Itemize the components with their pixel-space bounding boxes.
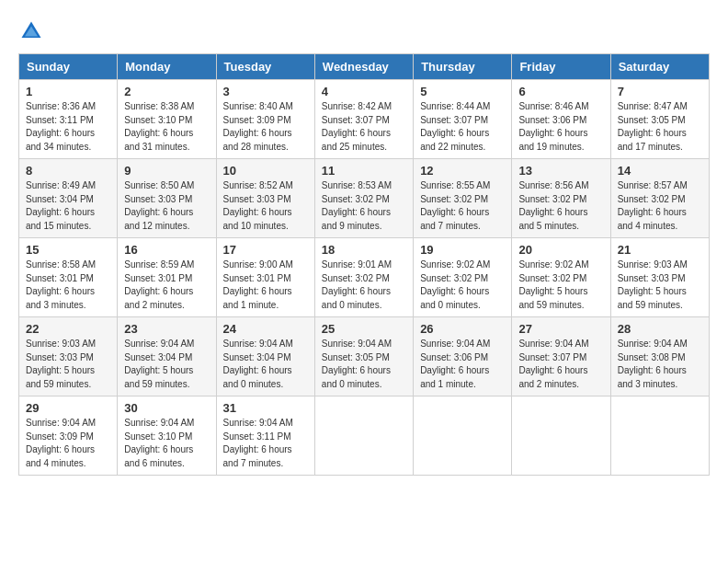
day-number: 17: [223, 243, 308, 257]
calendar-cell: [610, 396, 709, 476]
day-info: Sunrise: 8:57 AM Sunset: 3:02 PM Dayligh…: [618, 179, 702, 233]
sunset-label: Sunset: 3:11 PM: [223, 431, 291, 442]
day-number: 29: [26, 401, 110, 415]
sunrise-label: Sunrise: 9:04 AM: [223, 339, 293, 349]
calendar-cell: 11 Sunrise: 8:53 AM Sunset: 3:02 PM Dayl…: [314, 159, 413, 238]
day-info: Sunrise: 9:04 AM Sunset: 3:04 PM Dayligh…: [124, 338, 209, 391]
day-number: 19: [420, 243, 505, 257]
day-info: Sunrise: 9:04 AM Sunset: 3:08 PM Dayligh…: [618, 338, 702, 391]
calendar-cell: 22 Sunrise: 9:03 AM Sunset: 3:03 PM Dayl…: [19, 317, 118, 396]
day-number: 30: [124, 401, 209, 415]
daylight-label: Daylight: 6 hours and 25 minutes.: [322, 128, 391, 152]
sunset-label: Sunset: 3:10 PM: [124, 431, 192, 442]
day-info: Sunrise: 9:04 AM Sunset: 3:06 PM Dayligh…: [420, 338, 505, 391]
day-number: 15: [26, 243, 110, 257]
day-info: Sunrise: 8:42 AM Sunset: 3:07 PM Dayligh…: [322, 100, 406, 154]
sunset-label: Sunset: 3:02 PM: [518, 194, 586, 204]
day-info: Sunrise: 9:04 AM Sunset: 3:09 PM Dayligh…: [26, 417, 110, 470]
sunrise-label: Sunrise: 8:59 AM: [124, 259, 194, 270]
logo-icon: [18, 18, 44, 44]
calendar-cell: 4 Sunrise: 8:42 AM Sunset: 3:07 PM Dayli…: [314, 80, 413, 159]
daylight-label: Daylight: 6 hours and 4 minutes.: [26, 444, 95, 468]
sunrise-label: Sunrise: 9:04 AM: [223, 418, 293, 428]
sunrise-label: Sunrise: 8:49 AM: [26, 180, 96, 190]
calendar-week-1: 1 Sunrise: 8:36 AM Sunset: 3:11 PM Dayli…: [19, 80, 710, 159]
sunrise-label: Sunrise: 9:02 AM: [518, 259, 588, 270]
calendar-cell: 6 Sunrise: 8:46 AM Sunset: 3:06 PM Dayli…: [512, 80, 610, 159]
calendar-cell: 16 Sunrise: 8:59 AM Sunset: 3:01 PM Dayl…: [118, 238, 216, 317]
sunset-label: Sunset: 3:02 PM: [518, 273, 586, 283]
sunrise-label: Sunrise: 8:42 AM: [322, 101, 392, 111]
calendar-cell: 18 Sunrise: 9:01 AM Sunset: 3:02 PM Dayl…: [314, 238, 413, 317]
sunset-label: Sunset: 3:03 PM: [26, 352, 94, 362]
sunrise-label: Sunrise: 9:04 AM: [618, 339, 688, 349]
daylight-label: Daylight: 6 hours and 0 minutes.: [223, 365, 292, 389]
day-info: Sunrise: 8:58 AM Sunset: 3:01 PM Dayligh…: [26, 259, 110, 312]
sunset-label: Sunset: 3:10 PM: [124, 115, 192, 125]
calendar-cell: 1 Sunrise: 8:36 AM Sunset: 3:11 PM Dayli…: [19, 80, 118, 159]
calendar-cell: 26 Sunrise: 9:04 AM Sunset: 3:06 PM Dayl…: [414, 317, 512, 396]
day-info: Sunrise: 8:40 AM Sunset: 3:09 PM Dayligh…: [223, 100, 308, 154]
day-number: 28: [618, 322, 702, 336]
sunset-label: Sunset: 3:01 PM: [26, 273, 94, 283]
sunrise-label: Sunrise: 9:03 AM: [26, 339, 96, 349]
day-info: Sunrise: 8:56 AM Sunset: 3:02 PM Dayligh…: [518, 179, 603, 233]
day-number: 25: [322, 322, 406, 336]
day-number: 21: [618, 243, 702, 257]
day-info: Sunrise: 8:36 AM Sunset: 3:11 PM Dayligh…: [26, 100, 110, 154]
sunset-label: Sunset: 3:02 PM: [420, 273, 488, 283]
daylight-label: Daylight: 6 hours and 5 minutes.: [518, 207, 587, 231]
day-number: 16: [124, 243, 209, 257]
daylight-label: Daylight: 6 hours and 1 minute.: [420, 365, 489, 389]
day-info: Sunrise: 8:38 AM Sunset: 3:10 PM Dayligh…: [124, 100, 209, 154]
sunrise-label: Sunrise: 9:04 AM: [124, 339, 194, 349]
sunrise-label: Sunrise: 8:58 AM: [26, 259, 96, 270]
column-header-sunday: Sunday: [19, 54, 118, 80]
day-number: 13: [518, 164, 603, 178]
daylight-label: Daylight: 6 hours and 15 minutes.: [26, 207, 95, 231]
calendar-cell: 5 Sunrise: 8:44 AM Sunset: 3:07 PM Dayli…: [414, 80, 512, 159]
day-info: Sunrise: 9:04 AM Sunset: 3:04 PM Dayligh…: [223, 338, 308, 391]
calendar-cell: 10 Sunrise: 8:52 AM Sunset: 3:03 PM Dayl…: [216, 159, 314, 238]
calendar-cell: [414, 396, 512, 476]
calendar-header-row: SundayMondayTuesdayWednesdayThursdayFrid…: [19, 54, 710, 80]
sunset-label: Sunset: 3:03 PM: [124, 194, 192, 204]
daylight-label: Daylight: 6 hours and 2 minutes.: [124, 286, 193, 310]
day-info: Sunrise: 8:59 AM Sunset: 3:01 PM Dayligh…: [124, 259, 209, 312]
sunset-label: Sunset: 3:08 PM: [618, 352, 686, 362]
day-info: Sunrise: 9:04 AM Sunset: 3:11 PM Dayligh…: [223, 417, 308, 470]
calendar-cell: 21 Sunrise: 9:03 AM Sunset: 3:03 PM Dayl…: [610, 238, 709, 317]
calendar-cell: 9 Sunrise: 8:50 AM Sunset: 3:03 PM Dayli…: [118, 159, 216, 238]
day-info: Sunrise: 9:02 AM Sunset: 3:02 PM Dayligh…: [420, 259, 505, 312]
day-info: Sunrise: 8:53 AM Sunset: 3:02 PM Dayligh…: [322, 179, 406, 233]
sunrise-label: Sunrise: 9:03 AM: [618, 259, 688, 270]
sunrise-label: Sunrise: 8:36 AM: [26, 101, 96, 111]
sunset-label: Sunset: 3:05 PM: [322, 352, 390, 362]
sunrise-label: Sunrise: 9:04 AM: [124, 418, 194, 428]
calendar-cell: 28 Sunrise: 9:04 AM Sunset: 3:08 PM Dayl…: [610, 317, 709, 396]
calendar-cell: [314, 396, 413, 476]
calendar-week-5: 29 Sunrise: 9:04 AM Sunset: 3:09 PM Dayl…: [19, 396, 710, 476]
calendar-week-2: 8 Sunrise: 8:49 AM Sunset: 3:04 PM Dayli…: [19, 159, 710, 238]
day-number: 3: [223, 85, 308, 98]
sunrise-label: Sunrise: 8:52 AM: [223, 180, 293, 190]
day-number: 12: [420, 164, 505, 178]
sunset-label: Sunset: 3:04 PM: [124, 352, 192, 362]
sunrise-label: Sunrise: 8:47 AM: [618, 101, 688, 111]
sunset-label: Sunset: 3:02 PM: [322, 194, 390, 204]
daylight-label: Daylight: 6 hours and 12 minutes.: [124, 207, 193, 231]
sunrise-label: Sunrise: 9:04 AM: [322, 339, 392, 349]
sunrise-label: Sunrise: 8:40 AM: [223, 101, 293, 111]
day-number: 24: [223, 322, 308, 336]
daylight-label: Daylight: 6 hours and 6 minutes.: [124, 444, 193, 468]
column-header-wednesday: Wednesday: [314, 54, 413, 80]
day-number: 14: [618, 164, 702, 178]
day-number: 10: [223, 164, 308, 178]
calendar-cell: 23 Sunrise: 9:04 AM Sunset: 3:04 PM Dayl…: [118, 317, 216, 396]
day-info: Sunrise: 8:44 AM Sunset: 3:07 PM Dayligh…: [420, 100, 505, 154]
sunset-label: Sunset: 3:06 PM: [518, 115, 586, 125]
sunset-label: Sunset: 3:09 PM: [26, 431, 94, 442]
calendar-cell: 20 Sunrise: 9:02 AM Sunset: 3:02 PM Dayl…: [512, 238, 610, 317]
daylight-label: Daylight: 6 hours and 0 minutes.: [322, 286, 391, 310]
daylight-label: Daylight: 5 hours and 59 minutes.: [518, 286, 587, 310]
